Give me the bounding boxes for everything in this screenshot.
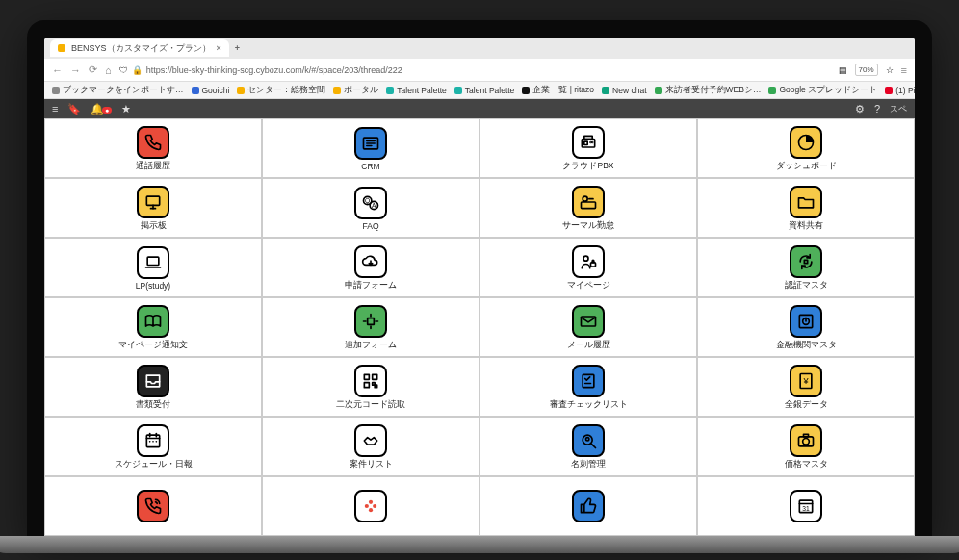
- reload-button[interactable]: ⟳: [89, 64, 97, 76]
- tab-favicon-icon: [58, 44, 65, 52]
- bookmarks-bar: ブックマークをインポートす…Gooichiセンター：総務空間ポータルTalent…: [44, 82, 915, 99]
- handshake-icon: [354, 424, 387, 457]
- app-tile[interactable]: [44, 476, 262, 536]
- bookmark-label: ポータル: [344, 85, 378, 96]
- app-tile[interactable]: 案件リスト: [262, 417, 480, 476]
- app-tile[interactable]: 通話履歴: [44, 118, 262, 178]
- bookmark-label: Talent Palette: [397, 86, 447, 95]
- app-tile[interactable]: 審査チェックリスト: [480, 357, 697, 417]
- browser-tabstrip: BENSYS（カスタマイズ・プラン） × +: [44, 38, 915, 59]
- svg-text:Q: Q: [365, 197, 370, 205]
- arrows-icon: [354, 305, 387, 338]
- bookmark-label: Gooichi: [202, 86, 230, 95]
- app-tile[interactable]: マイページ: [480, 238, 697, 297]
- bookmark-item[interactable]: ブックマークをインポートす…: [52, 85, 184, 96]
- bookmark-item[interactable]: センター：総務空間: [237, 85, 325, 96]
- app-tile[interactable]: 追加フォーム: [262, 297, 480, 357]
- bookmark-item[interactable]: 企業一覧 | ritazo: [522, 85, 594, 96]
- address-bar[interactable]: 🛡 🔒 https://blue-sky-thinking-scg.cybozu…: [119, 65, 831, 75]
- bookmark-favicon-icon: [602, 87, 609, 94]
- app-grid-scroll[interactable]: 通話履歴CRMクラウドPBXダッシュボード掲示板QAFAQサーマル勤怠資料共有L…: [44, 118, 915, 540]
- gear-icon[interactable]: ⚙: [855, 103, 865, 115]
- svg-rect-34: [375, 385, 377, 388]
- app-label: 案件リスト: [350, 459, 393, 471]
- app-tile[interactable]: マイページ通知文: [44, 297, 262, 357]
- app-label: ダッシュボード: [776, 161, 837, 172]
- svg-point-8: [592, 142, 593, 143]
- app-label: 申請フォーム: [345, 280, 397, 292]
- app-label: 名刺管理: [571, 459, 606, 471]
- app-tile[interactable]: ¥全銀データ: [697, 357, 915, 417]
- home-button[interactable]: ⌂: [105, 64, 112, 76]
- close-tab-icon[interactable]: ×: [217, 43, 221, 53]
- bookmark-favicon-icon: [655, 87, 662, 94]
- checklist-icon: [572, 365, 605, 397]
- app-tile[interactable]: クラウドPBX: [480, 118, 697, 178]
- bookmark-label: (1) Pinterest: [895, 86, 915, 95]
- bookmark-item[interactable]: 来訪者受付予約WEBシ…: [655, 85, 762, 96]
- lock-icon: 🔒: [132, 65, 143, 75]
- app-tile[interactable]: メール履歴: [480, 297, 697, 357]
- app-tile[interactable]: CRM: [262, 118, 480, 178]
- app-tile[interactable]: [480, 476, 697, 536]
- bookmark-item[interactable]: New chat: [602, 86, 646, 95]
- help-icon[interactable]: ?: [874, 103, 880, 115]
- star-icon[interactable]: ☆: [886, 65, 894, 75]
- app-tile[interactable]: 金融機関マスタ: [697, 297, 915, 357]
- bookmark-item[interactable]: Talent Palette: [454, 86, 515, 95]
- app-tile[interactable]: サーマル勤怠: [480, 178, 697, 238]
- menu-button[interactable]: ≡: [901, 64, 907, 76]
- bookmark-label: Talent Palette: [465, 86, 515, 95]
- app-label: マイページ: [567, 280, 610, 292]
- new-tab-button[interactable]: +: [235, 43, 240, 53]
- svg-rect-32: [364, 383, 369, 388]
- svg-rect-35: [583, 374, 594, 387]
- hamburger-icon[interactable]: ≡: [52, 103, 58, 115]
- browser-tab[interactable]: BENSYS（カスタマイズ・プラン） ×: [50, 39, 229, 57]
- svg-rect-31: [373, 374, 377, 379]
- app-tile[interactable]: 認証マスタ: [697, 238, 915, 297]
- app-tile[interactable]: 資料共有: [697, 178, 915, 238]
- laptop-icon: [137, 246, 169, 279]
- svg-rect-30: [364, 374, 369, 379]
- bookmark-label: New chat: [612, 86, 646, 95]
- bookmark-item[interactable]: Talent Palette: [386, 86, 447, 95]
- app-tile[interactable]: 価格マスタ: [697, 417, 915, 476]
- app-label: マイページ通知文: [118, 340, 188, 351]
- app-tile[interactable]: スケジュール・日報: [44, 417, 262, 476]
- app-tile[interactable]: QAFAQ: [262, 178, 480, 238]
- app-tile[interactable]: 名刺管理: [480, 417, 697, 476]
- app-tile[interactable]: 31: [697, 476, 915, 536]
- svg-point-46: [583, 435, 592, 445]
- svg-point-18: [583, 196, 587, 201]
- forward-button[interactable]: →: [70, 64, 81, 76]
- bookmark-item[interactable]: (1) Pinterest: [885, 86, 915, 95]
- bookmark-icon[interactable]: 🔖: [67, 103, 81, 115]
- star-app-icon[interactable]: ★: [121, 103, 131, 115]
- bookmark-item[interactable]: Gooichi: [192, 86, 230, 95]
- app-tile[interactable]: 書類受付: [44, 357, 262, 417]
- app-label: FAQ: [362, 221, 378, 231]
- thumb-icon: [572, 490, 605, 522]
- notification-badge: ●: [102, 107, 112, 114]
- folder-icon: [790, 186, 822, 218]
- zoom-badge[interactable]: 70%: [855, 64, 878, 76]
- app-label: 金融機関マスタ: [776, 340, 837, 351]
- bookmark-favicon-icon: [768, 87, 776, 94]
- qa-icon: QA: [354, 187, 387, 219]
- back-button[interactable]: ←: [52, 64, 63, 76]
- app-tile[interactable]: LP(study): [44, 238, 262, 297]
- app-label: 掲示板: [141, 220, 167, 232]
- app-tile[interactable]: 申請フォーム: [262, 238, 480, 297]
- app-label: スケジュール・日報: [115, 459, 193, 471]
- board-icon: [137, 186, 169, 218]
- reader-icon[interactable]: ▤: [839, 65, 847, 75]
- app-tile[interactable]: ダッシュボード: [697, 118, 915, 178]
- bookmark-item[interactable]: ポータル: [333, 85, 378, 96]
- app-tile[interactable]: 二次元コード読取: [262, 357, 480, 417]
- app-tile[interactable]: 掲示板: [44, 178, 262, 238]
- bookmark-item[interactable]: Google スプレッドシート: [768, 85, 877, 96]
- space-label[interactable]: スペ: [890, 103, 907, 115]
- app-tile[interactable]: [262, 476, 480, 536]
- svg-text:A: A: [372, 202, 376, 209]
